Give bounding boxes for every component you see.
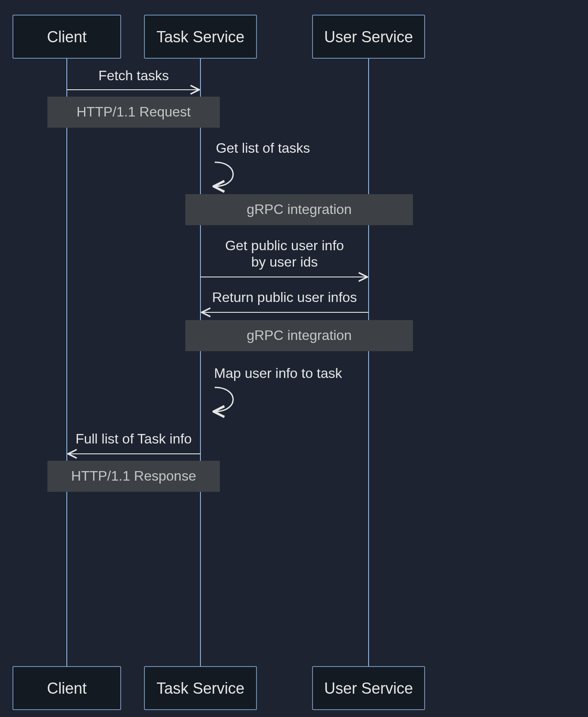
msg-get-public-user-info-label-2: by user ids — [251, 254, 318, 270]
msg-get-list-tasks-label: Get list of tasks — [216, 140, 310, 156]
note-http-request-label: HTTP/1.1 Request — [77, 104, 191, 120]
msg-map-user-info-loop — [215, 387, 233, 412]
msg-get-list-tasks-loop — [215, 162, 233, 186]
actor-task-service-bottom-label: Task Service — [156, 679, 244, 697]
msg-get-public-user-info-label-1: Get public user info — [225, 238, 344, 253]
msg-return-public-user-infos-label: Return public user infos — [212, 289, 357, 305]
note-http-response-label: HTTP/1.1 Response — [71, 468, 196, 484]
note-grpc-2-label: gRPC integration — [247, 327, 352, 343]
actor-user-service-top-label: User Service — [324, 28, 413, 46]
actor-task-service-top-label: Task Service — [156, 28, 244, 46]
actor-user-service-bottom-label: User Service — [324, 679, 413, 697]
sequence-diagram: Client Task Service User Service Fetch t… — [0, 0, 588, 717]
actor-client-bottom-label: Client — [47, 679, 87, 697]
msg-map-user-info-label: Map user info to task — [214, 365, 342, 381]
msg-full-list-task-info-label: Full list of Task info — [75, 431, 192, 447]
actor-client-top-label: Client — [47, 28, 87, 46]
msg-fetch-tasks-label: Fetch tasks — [98, 68, 169, 83]
note-grpc-1-label: gRPC integration — [247, 201, 352, 217]
